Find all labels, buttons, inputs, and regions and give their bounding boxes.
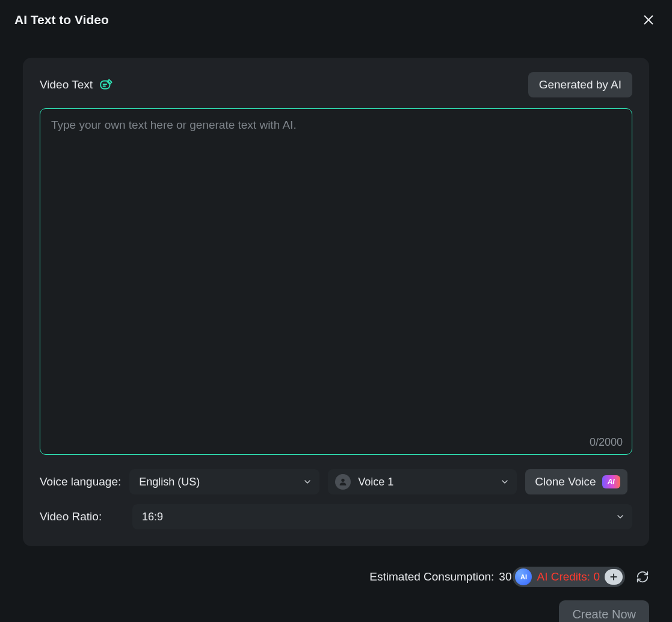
refresh-button[interactable] bbox=[636, 570, 649, 584]
estimated-value: 30 bbox=[499, 570, 511, 584]
chevron-down-icon bbox=[500, 477, 510, 487]
credits-pill: AI AI Credits: 0 bbox=[513, 567, 625, 587]
clone-voice-button[interactable]: Clone Voice AI bbox=[525, 469, 627, 494]
ai-star-icon: AI bbox=[515, 568, 532, 585]
card-header: Video Text Generated by AI bbox=[40, 72, 632, 97]
generated-by-ai-button[interactable]: Generated by AI bbox=[528, 72, 632, 97]
voice-row: Voice language: English (US) Voice 1 Clo… bbox=[40, 469, 632, 494]
main-card: Video Text Generated by AI 0/2000 Voice … bbox=[23, 58, 649, 546]
close-button[interactable] bbox=[640, 11, 658, 29]
ratio-row: Video Ratio: 16:9 bbox=[40, 504, 632, 529]
video-text-label-group: Video Text bbox=[40, 77, 114, 93]
clone-voice-label: Clone Voice bbox=[535, 475, 596, 488]
voice-language-value: English (US) bbox=[139, 476, 200, 488]
char-count: 0/2000 bbox=[590, 436, 623, 449]
video-ratio-select[interactable]: 16:9 bbox=[132, 504, 632, 529]
voice-select[interactable]: Voice 1 bbox=[328, 469, 517, 494]
chevron-down-icon bbox=[303, 477, 312, 487]
voice-avatar-icon bbox=[335, 474, 351, 490]
edit-icon bbox=[99, 77, 114, 93]
plus-icon bbox=[609, 572, 618, 582]
voice-language-select[interactable]: English (US) bbox=[129, 469, 319, 494]
modal-title: AI Text to Video bbox=[14, 13, 109, 27]
video-ratio-value: 16:9 bbox=[142, 511, 163, 523]
text-to-video-modal: AI Text to Video Video Text Generated by… bbox=[0, 0, 672, 622]
close-icon bbox=[642, 13, 655, 26]
svg-point-5 bbox=[342, 479, 345, 482]
ai-badge-icon: AI bbox=[602, 475, 620, 488]
estimated-label: Estimated Consumption: bbox=[369, 570, 494, 584]
add-credits-button[interactable] bbox=[605, 569, 623, 585]
ai-credits-text: AI Credits: 0 bbox=[537, 570, 600, 584]
modal-header: AI Text to Video bbox=[0, 0, 672, 29]
video-ratio-label: Video Ratio: bbox=[40, 510, 124, 523]
video-text-label: Video Text bbox=[40, 78, 93, 91]
modal-footer: Estimated Consumption: 30 AI AI Credits:… bbox=[23, 567, 649, 622]
chevron-down-icon bbox=[615, 512, 625, 522]
textarea-wrap: 0/2000 bbox=[40, 108, 632, 457]
voice-value: Voice 1 bbox=[358, 476, 393, 488]
video-text-input[interactable] bbox=[40, 108, 632, 455]
create-now-button[interactable]: Create Now bbox=[559, 600, 649, 622]
voice-language-label: Voice language: bbox=[40, 475, 121, 488]
estimated-row: Estimated Consumption: 30 AI AI Credits:… bbox=[369, 567, 649, 587]
